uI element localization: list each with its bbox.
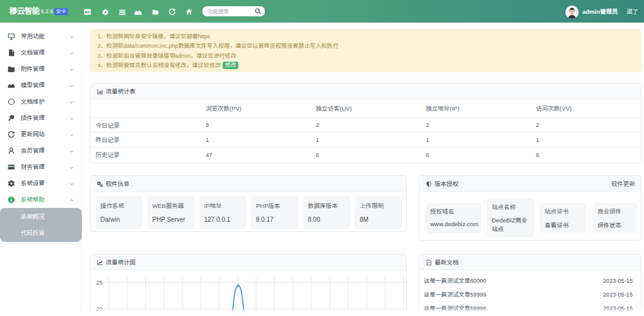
svg-text:25: 25 [96, 280, 103, 286]
